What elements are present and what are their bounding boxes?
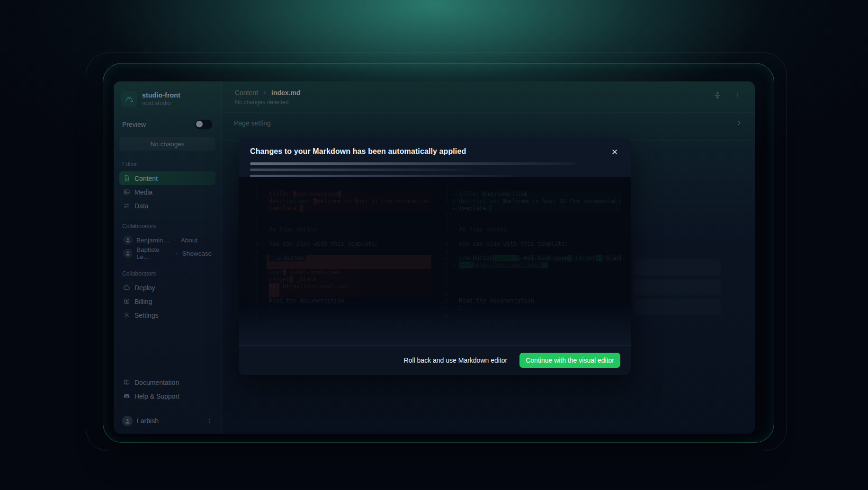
page-background: studio-front nuxt.studio Preview No chan…: [0, 0, 868, 490]
continue-visual-editor-button[interactable]: Continue with the visual editor: [519, 353, 620, 368]
close-icon[interactable]: ✕: [608, 145, 621, 159]
modal-footer: Roll back and use Markdown editor Contin…: [239, 345, 631, 375]
markdown-changes-modal: Changes to your Markdown has been automa…: [239, 138, 631, 375]
rollback-button[interactable]: Roll back and use Markdown editor: [404, 356, 508, 364]
modal-title: Changes to your Markdown has been automa…: [250, 147, 619, 156]
diff-row: 4---: [438, 212, 621, 219]
skeleton-line: [250, 162, 576, 165]
diff-pane-after: 1---2+title: Introduction3+description: …: [438, 184, 621, 345]
skeleton-line: [250, 169, 473, 171]
diff-view: 1---2-title: "Introduction"3-description…: [239, 177, 631, 345]
